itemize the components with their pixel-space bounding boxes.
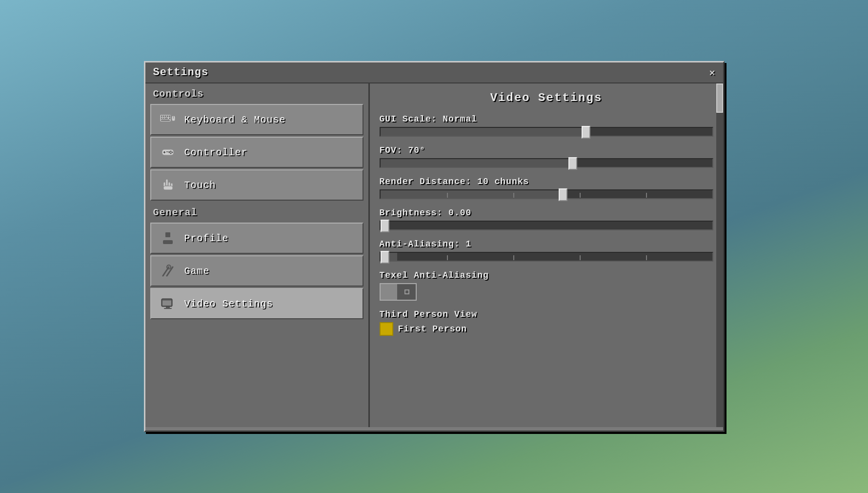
svg-rect-36	[164, 308, 172, 309]
nav-item-video-settings[interactable]: Video Settings	[150, 288, 363, 319]
svg-rect-21	[168, 151, 170, 152]
nav-item-video-settings-label: Video Settings	[184, 298, 273, 309]
nav-item-profile[interactable]: Profile	[150, 223, 363, 254]
texel-anti-aliasing-label: Texel Anti-Aliasing	[380, 270, 713, 280]
svg-rect-4	[167, 116, 168, 117]
setting-brightness: Brightness: 0.00	[380, 208, 713, 230]
toggle-on-segment	[398, 284, 416, 300]
texel-toggle[interactable]	[380, 283, 417, 301]
svg-point-16	[170, 151, 171, 152]
gui-scale-slider[interactable]	[380, 127, 713, 137]
nav-item-profile-label: Profile	[184, 233, 229, 244]
toggle-off-segment	[381, 284, 398, 300]
render-distance-label: Render Distance: 10 chunks	[380, 177, 713, 186]
section-controls-label: Controls	[145, 83, 368, 103]
settings-window: Settings ✕ Controls	[144, 61, 725, 432]
nav-item-game-label: Game	[184, 266, 210, 277]
svg-rect-6	[161, 118, 162, 119]
svg-rect-35	[166, 307, 170, 308]
radio-row-first-person: First Person	[380, 322, 713, 336]
svg-rect-9	[169, 118, 170, 119]
radio-first-person-label: First Person	[398, 324, 467, 334]
svg-rect-28	[163, 240, 173, 244]
keyboard-mouse-icon	[159, 111, 177, 128]
nav-item-controller[interactable]: Controller	[150, 137, 363, 168]
svg-point-19	[170, 153, 171, 154]
nav-item-keyboard-mouse[interactable]: Keyboard & Mouse	[150, 104, 363, 135]
nav-item-touch-label: Touch	[184, 180, 216, 191]
right-scrollbar[interactable]	[716, 83, 723, 427]
radio-first-person-box[interactable]	[380, 322, 393, 336]
setting-third-person-view: Third Person View First Person	[380, 309, 713, 336]
brightness-slider[interactable]	[380, 221, 713, 230]
section-general-label: General	[145, 202, 368, 221]
setting-gui-scale: GUI Scale: Normal	[380, 114, 713, 137]
render-distance-slider[interactable]	[380, 189, 713, 199]
right-panel: Video Settings GUI Scale: Normal FOV: 70…	[370, 83, 723, 427]
nav-item-touch[interactable]: Touch	[150, 169, 363, 201]
window-title: Settings	[153, 66, 209, 79]
touch-icon	[159, 176, 177, 194]
profile-icon	[159, 229, 177, 247]
right-scrollbar-thumb	[716, 83, 723, 113]
brightness-label: Brightness: 0.00	[380, 208, 713, 218]
svg-point-17	[171, 152, 173, 153]
video-settings-icon	[159, 295, 177, 312]
svg-rect-7	[163, 118, 164, 119]
setting-texel-anti-aliasing: Texel Anti-Aliasing	[380, 270, 713, 301]
left-panel: Controls	[145, 83, 370, 427]
fov-label: FOV: 70°	[380, 145, 713, 155]
controller-icon	[159, 144, 177, 161]
setting-anti-aliasing: Anti-Aliasing: 1	[380, 239, 713, 262]
window-body: Controls	[145, 83, 723, 427]
svg-rect-20	[166, 151, 168, 152]
setting-render-distance: Render Distance: 10 chunks	[380, 177, 713, 199]
svg-rect-38	[405, 290, 408, 293]
close-button[interactable]: ✕	[709, 66, 715, 79]
anti-aliasing-slider[interactable]	[380, 252, 713, 262]
setting-fov: FOV: 70°	[380, 145, 713, 168]
texel-toggle-row	[380, 283, 713, 301]
svg-rect-26	[163, 186, 173, 190]
svg-rect-2	[163, 116, 164, 117]
nav-item-keyboard-mouse-label: Keyboard & Mouse	[184, 114, 286, 125]
third-person-view-label: Third Person View	[380, 309, 713, 319]
svg-rect-34	[162, 300, 171, 301]
svg-rect-1	[161, 116, 162, 117]
nav-item-game[interactable]: Game	[150, 255, 363, 287]
svg-rect-3	[165, 116, 166, 117]
nav-item-controller-label: Controller	[184, 147, 248, 158]
svg-rect-27	[165, 232, 170, 237]
anti-aliasing-label: Anti-Aliasing: 1	[380, 239, 713, 249]
title-bar: Settings ✕	[145, 62, 723, 83]
svg-rect-15	[163, 152, 165, 153]
fov-slider[interactable]	[380, 158, 713, 168]
svg-rect-22	[166, 179, 168, 186]
svg-rect-8	[165, 118, 168, 119]
svg-rect-5	[169, 116, 170, 117]
svg-rect-10	[161, 120, 170, 121]
panel-title: Video Settings	[380, 91, 713, 104]
gui-scale-label: GUI Scale: Normal	[380, 114, 713, 124]
game-icon	[159, 262, 177, 280]
